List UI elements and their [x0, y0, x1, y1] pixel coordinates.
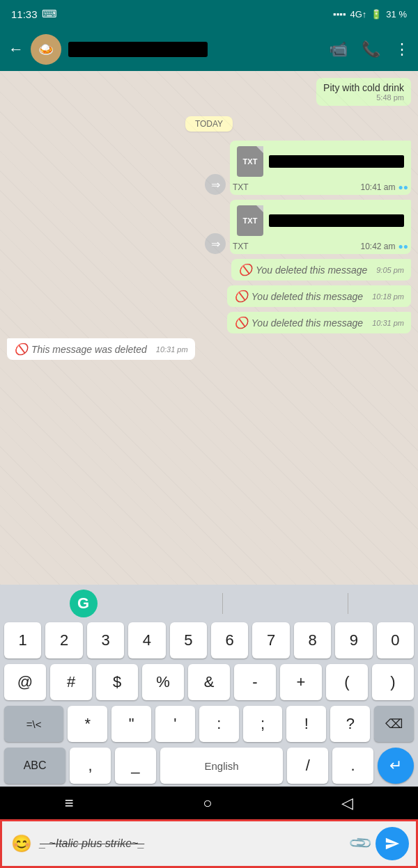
send-icon-2: [385, 836, 400, 851]
key-semicolon[interactable]: ;: [243, 706, 283, 742]
key-hash[interactable]: #: [50, 664, 92, 700]
file-label: TXT: [233, 242, 249, 251]
send-button-2[interactable]: [376, 827, 409, 860]
message-input-text[interactable]: _ ~Italic plus strike~_: [40, 835, 346, 853]
key-asterisk[interactable]: *: [68, 706, 107, 742]
header-action-icons: 📹 📞 ⋮: [329, 40, 410, 58]
signal-bars-icon: ▪▪▪▪: [333, 9, 346, 19]
file-bubble: TXT TXT 10:42 am ●●: [230, 200, 411, 254]
file-bubble: TXT TXT 10:41 am ●●: [230, 141, 411, 195]
key-dollar[interactable]: $: [96, 664, 138, 700]
key-exclamation[interactable]: !: [286, 706, 326, 742]
nav-menu-button[interactable]: ≡: [65, 794, 74, 812]
key-apostrophe[interactable]: ': [155, 706, 195, 742]
key-3[interactable]: 3: [87, 622, 124, 658]
bottom-row: ABC , _ English / . ↵: [4, 748, 414, 784]
file-type-icon: TXT: [237, 146, 263, 177]
key-9[interactable]: 9: [335, 622, 372, 658]
status-time: 11:33: [11, 8, 38, 20]
key-period[interactable]: .: [332, 748, 373, 784]
key-slash[interactable]: /: [287, 748, 328, 784]
deleted-message-bubble: 🚫 You deleted this message 10:31 pm: [227, 312, 411, 333]
deleted-message: 🚫 You deleted this message 10:31 pm: [234, 316, 404, 329]
more-options-icon[interactable]: ⋮: [394, 40, 410, 58]
contact-name-bar: [68, 42, 208, 57]
key-abc[interactable]: ABC: [4, 748, 65, 784]
key-percent[interactable]: %: [142, 664, 184, 700]
toolbar-divider-2: [348, 593, 348, 614]
key-space[interactable]: English: [160, 748, 283, 784]
deleted-icon: 🚫: [234, 290, 248, 303]
message-time: 9:05 pm: [376, 266, 404, 274]
key-symbols-switch[interactable]: =\<: [4, 706, 63, 742]
key-open-paren[interactable]: (: [326, 664, 368, 700]
message-text: Pity with cold drink: [323, 82, 404, 93]
key-2[interactable]: 2: [45, 622, 82, 658]
key-enter[interactable]: ↵: [378, 748, 414, 784]
key-1[interactable]: 1: [4, 622, 41, 658]
emoji-button-2[interactable]: 😊: [9, 831, 34, 856]
attach-button-2[interactable]: 📎: [348, 830, 373, 856]
grammarly-button[interactable]: G: [70, 590, 98, 617]
key-5[interactable]: 5: [170, 622, 207, 658]
keyboard-rows: 1 2 3 4 5 6 7 8 9 0 @ # $ % & - + ( ) =\…: [0, 620, 418, 784]
table-row: 🚫 This message was deleted 10:31 pm: [7, 338, 411, 360]
message-time: 5:48 pm: [376, 93, 404, 102]
message-time: 10:18 pm: [372, 292, 404, 301]
read-ticks: ●●: [398, 242, 409, 251]
deleted-message-bubble: 🚫 You deleted this message 10:18 pm: [227, 285, 411, 307]
deleted-message-bubble: 🚫 You deleted this message 9:05 pm: [231, 259, 411, 281]
file-footer: TXT 10:41 am ●●: [230, 182, 411, 195]
grammarly-label: G: [77, 594, 89, 613]
message-time: 10:31 pm: [372, 319, 404, 327]
key-plus[interactable]: +: [280, 664, 322, 700]
chat-area: Pity with cold drink 5:48 pm TODAY ⇒ TXT…: [0, 71, 418, 585]
read-ticks: ●●: [398, 182, 409, 192]
nav-back-button[interactable]: ◁: [341, 794, 353, 812]
deleted-icon: 🚫: [14, 342, 28, 356]
deleted-message: 🚫 You deleted this message 9:05 pm: [238, 263, 404, 276]
key-6[interactable]: 6: [211, 622, 248, 658]
avatar-emoji: 🍛: [38, 42, 54, 57]
key-0[interactable]: 0: [377, 622, 414, 658]
status-bar: 11:33 ⌨ ▪▪▪▪ 4G↑ 🔋 31 %: [0, 0, 418, 28]
signal-type: 4G↑: [350, 9, 367, 19]
key-8[interactable]: 8: [294, 622, 331, 658]
back-button[interactable]: ←: [8, 40, 24, 58]
list-item: Pity with cold drink 5:48 pm: [316, 78, 411, 106]
file-type-icon: TXT: [237, 205, 263, 236]
forward-icon: ⇒: [205, 233, 226, 254]
key-close-paren[interactable]: ): [372, 664, 414, 700]
key-4[interactable]: 4: [128, 622, 165, 658]
key-ampersand[interactable]: &: [188, 664, 230, 700]
nav-home-button[interactable]: ○: [203, 794, 212, 812]
navigation-bar: ≡ ○ ◁: [0, 787, 418, 820]
key-underscore[interactable]: _: [115, 748, 156, 784]
deleted-text: You deleted this message: [256, 265, 367, 276]
forward-icon: ⇒: [205, 174, 226, 195]
contact-avatar[interactable]: 🍛: [31, 34, 61, 65]
key-quote[interactable]: ": [111, 706, 151, 742]
battery-icon: 🔋: [371, 9, 382, 19]
keyboard: G 1 2 3 4 5 6 7 8 9 0 @ # $ % & - + ( ): [0, 585, 418, 787]
chat-header: ← 🍛 📹 📞 ⋮: [0, 28, 418, 71]
video-call-icon[interactable]: 📹: [329, 40, 348, 58]
table-row: ⇒ TXT TXT 10:42 am ●●: [7, 200, 411, 254]
table-row: 🚫 You deleted this message 9:05 pm: [7, 259, 411, 281]
date-separator: TODAY: [7, 116, 411, 132]
key-question[interactable]: ?: [330, 706, 370, 742]
deleted-text: This message was deleted: [31, 344, 147, 355]
battery-level: 31 %: [386, 9, 407, 19]
key-comma[interactable]: ,: [70, 748, 111, 784]
file-footer: TXT 10:42 am ●●: [230, 242, 411, 254]
key-backspace[interactable]: ⌫: [374, 706, 414, 742]
deleted-text: You deleted this message: [251, 317, 363, 329]
key-7[interactable]: 7: [252, 622, 289, 658]
table-row: 🚫 You deleted this message 10:31 pm: [7, 312, 411, 333]
key-at[interactable]: @: [4, 664, 46, 700]
key-colon[interactable]: :: [199, 706, 239, 742]
table-row: ⇒ TXT TXT 10:41 am ●●: [7, 141, 411, 195]
voice-call-icon[interactable]: 📞: [362, 40, 380, 58]
number-row: 1 2 3 4 5 6 7 8 9 0: [4, 622, 414, 658]
key-dash[interactable]: -: [234, 664, 276, 700]
